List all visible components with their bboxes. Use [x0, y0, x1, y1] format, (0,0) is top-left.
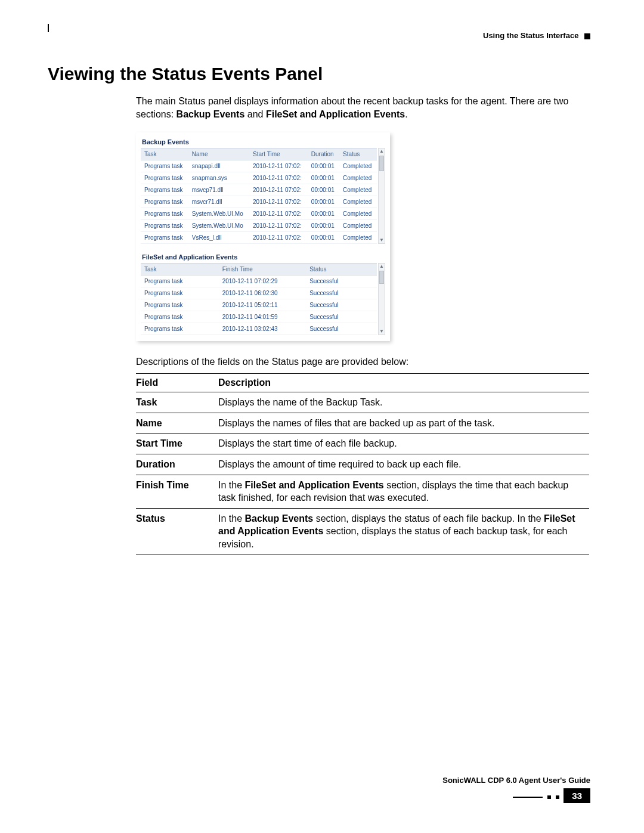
page-footer: SonicWALL CDP 6.0 Agent User's Guide 33 [48, 776, 590, 803]
fileset-events-header-row: Task Finish Time Status [141, 264, 377, 275]
fileset-events-table-wrap: Task Finish Time Status Programs task201… [141, 263, 385, 335]
table-cell: 00:00:01 [308, 208, 339, 220]
fileset-events-scrollbar[interactable]: ▲ ▼ [378, 263, 385, 335]
fdt-field: Duration [136, 454, 218, 475]
table-cell: Completed [339, 184, 377, 196]
fdt-field: Task [136, 392, 218, 413]
table-cell: Programs task [141, 172, 188, 184]
fdt-row: Finish TimeIn the FileSet and Applicatio… [136, 475, 589, 508]
table-cell: 2010-12-11 03:02:43 [219, 323, 306, 335]
table-cell: Completed [339, 220, 377, 232]
table-cell: Completed [339, 232, 377, 244]
table-cell: 00:00:01 [308, 220, 339, 232]
table-row[interactable]: Programs task2010-12-11 07:02:29Successf… [141, 275, 377, 287]
page-title: Viewing the Status Events Panel [48, 64, 590, 84]
table-cell: Programs task [141, 184, 188, 196]
table-cell: 2010-12-11 07:02: [249, 196, 308, 208]
table-cell: Programs task [141, 275, 219, 287]
table-cell: Programs task [141, 299, 219, 311]
fdt-desc: Displays the amount of time required to … [218, 454, 589, 475]
fdt-desc: Displays the start time of each file bac… [218, 433, 589, 454]
col-duration[interactable]: Duration [308, 148, 339, 160]
col-start-time[interactable]: Start Time [249, 148, 308, 160]
col-name[interactable]: Name [188, 148, 249, 160]
scroll-down-icon[interactable]: ▼ [379, 237, 384, 243]
footer-square-icon [556, 795, 559, 799]
table-cell: Programs task [141, 208, 188, 220]
table-cell: msvcr71.dll [188, 196, 249, 208]
fdt-row: NameDisplays the names of files that are… [136, 413, 589, 433]
fileset-events-table: Task Finish Time Status Programs task201… [141, 263, 377, 335]
table-cell: Programs task [141, 287, 219, 299]
scroll-up-icon[interactable]: ▲ [379, 264, 384, 270]
table-cell: 00:00:01 [308, 184, 339, 196]
col-status[interactable]: Status [306, 264, 377, 275]
fdt-field: Name [136, 413, 218, 433]
table-row[interactable]: Programs task2010-12-11 04:01:59Successf… [141, 311, 377, 323]
breadcrumb-text: Using the Status Interface [483, 31, 578, 40]
table-cell: 00:00:01 [308, 196, 339, 208]
table-row[interactable]: Programs tasksnapman.sys2010-12-11 07:02… [141, 172, 377, 184]
backup-events-table: Task Name Start Time Duration Status Pro… [141, 148, 377, 244]
table-cell: Completed [339, 208, 377, 220]
field-description-table: Field Description TaskDisplays the name … [136, 373, 589, 555]
fdt-row: DurationDisplays the amount of time requ… [136, 454, 589, 475]
fdt-desc: In the FileSet and Application Events se… [218, 475, 589, 508]
col-task[interactable]: Task [141, 264, 219, 275]
table-cell: 2010-12-11 07:02:29 [219, 275, 306, 287]
fileset-events-title: FileSet and Application Events [136, 247, 390, 263]
scroll-thumb[interactable] [379, 156, 384, 171]
table-row[interactable]: Programs taskSystem.Web.UI.Mo2010-12-11 … [141, 220, 377, 232]
table-cell: Programs task [141, 323, 219, 335]
table-row[interactable]: Programs taskmsvcr71.dll2010-12-11 07:02… [141, 196, 377, 208]
table-cell: Completed [339, 172, 377, 184]
table-row[interactable]: Programs task2010-12-11 05:02:11Successf… [141, 299, 377, 311]
table-row[interactable]: Programs task2010-12-11 03:02:43Successf… [141, 323, 377, 335]
status-panel-screenshot: Backup Events Task Name Start Time Durat… [136, 132, 390, 341]
footer-rule-icon [513, 797, 543, 798]
intro-paragraph: The main Status panel displays informati… [136, 95, 590, 120]
table-row[interactable]: Programs tasksnapapi.dll2010-12-11 07:02… [141, 160, 377, 172]
table-row[interactable]: Programs task2010-12-11 06:02:30Successf… [141, 287, 377, 299]
table-cell: Programs task [141, 220, 188, 232]
table-row[interactable]: Programs taskSystem.Web.UI.Mo2010-12-11 … [141, 208, 377, 220]
fdt-head-field: Field [136, 374, 218, 392]
fdt-field: Status [136, 508, 218, 555]
scroll-up-icon[interactable]: ▲ [379, 148, 384, 154]
fdt-row: Start TimeDisplays the start time of eac… [136, 433, 589, 454]
intro-bold-1: Backup Events [177, 109, 245, 119]
table-cell: 00:00:01 [308, 172, 339, 184]
table-cell: Successful [306, 299, 377, 311]
table-cell: msvcp71.dll [188, 184, 249, 196]
intro-post: . [405, 109, 407, 119]
table-cell: Successful [306, 275, 377, 287]
col-task[interactable]: Task [141, 148, 188, 160]
intro-mid: and [244, 109, 266, 119]
scroll-down-icon[interactable]: ▼ [379, 329, 384, 335]
table-cell: Programs task [141, 311, 219, 323]
table-cell: 00:00:01 [308, 232, 339, 244]
footer-guide: SonicWALL CDP 6.0 Agent User's Guide [48, 776, 590, 785]
fdt-desc: Displays the name of the Backup Task. [218, 392, 589, 413]
table-cell: System.Web.UI.Mo [188, 220, 249, 232]
backup-events-scrollbar[interactable]: ▲ ▼ [378, 148, 385, 244]
table-cell: Programs task [141, 232, 188, 244]
scroll-thumb[interactable] [379, 271, 384, 284]
fdt-field: Start Time [136, 433, 218, 454]
table-cell: 2010-12-11 04:01:59 [219, 311, 306, 323]
page: Using the Status Interface Viewing the S… [0, 0, 644, 833]
table-row[interactable]: Programs taskVsRes_l.dll2010-12-11 07:02… [141, 232, 377, 244]
post-screenshot-text: Descriptions of the fields on the Status… [136, 357, 590, 367]
col-finish-time[interactable]: Finish Time [219, 264, 306, 275]
col-status[interactable]: Status [339, 148, 377, 160]
footer-square-icon [547, 795, 551, 799]
table-cell: 00:00:01 [308, 160, 339, 172]
fdt-field: Finish Time [136, 475, 218, 508]
table-cell: 2010-12-11 07:02: [249, 232, 308, 244]
backup-events-table-wrap: Task Name Start Time Duration Status Pro… [141, 148, 385, 244]
table-row[interactable]: Programs taskmsvcp71.dll2010-12-11 07:02… [141, 184, 377, 196]
fdt-desc: In the Backup Events section, displays t… [218, 508, 589, 555]
backup-events-header-row: Task Name Start Time Duration Status [141, 148, 377, 160]
table-cell: Completed [339, 160, 377, 172]
crop-mark [48, 24, 57, 32]
